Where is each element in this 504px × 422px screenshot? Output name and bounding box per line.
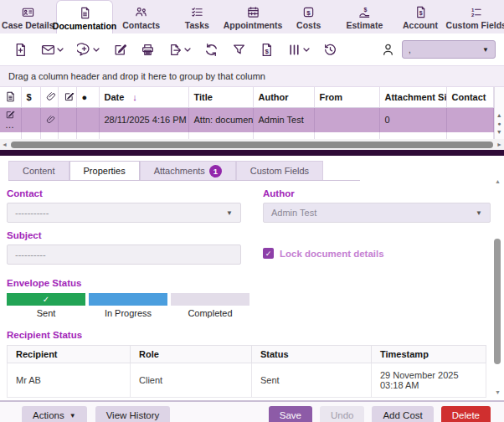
column-edited[interactable] <box>58 87 76 107</box>
dot-icon: ● <box>82 92 88 102</box>
recipient-row: Mr AB Client Sent 29 November 2025 03:18… <box>8 363 486 398</box>
new-document-button[interactable] <box>8 40 33 59</box>
tab-contacts[interactable]: Contacts <box>113 0 169 33</box>
form-right-column: Author Admin Test ▼ ✓ Lock document deta… <box>263 181 491 265</box>
scroll-up-icon[interactable]: ▲ <box>495 178 501 186</box>
tab-account[interactable]: Account <box>393 0 449 33</box>
column-billed[interactable]: $ <box>21 87 40 107</box>
group-by-hint: Drag a column header and drop it here to… <box>8 71 265 81</box>
grid-horizontal-scrollbar[interactable]: ◄ ► <box>0 139 504 150</box>
tab-appointments[interactable]: Appointments <box>225 0 281 33</box>
author-select[interactable]: Admin Test ▼ <box>263 203 491 223</box>
scrollbar-thumb[interactable] <box>11 142 493 148</box>
view-history-button[interactable]: View History <box>95 406 171 422</box>
tab-content[interactable]: Content <box>8 161 69 180</box>
document-row-selected[interactable]: … 28/11/2025 4:16 PM Attn: documen... Ad… <box>0 107 493 132</box>
scroll-right-icon[interactable]: ► <box>496 142 502 147</box>
edit-document-button[interactable] <box>108 40 132 59</box>
check-icon: ✓ <box>43 295 49 304</box>
refresh-button[interactable] <box>199 40 224 59</box>
truncation-ellipsis: … <box>5 120 14 130</box>
scroll-down-icon[interactable]: ▼ <box>496 129 502 135</box>
add-cost-button[interactable]: Add Cost <box>372 406 433 422</box>
column-timestamp[interactable]: Timestamp <box>372 346 486 363</box>
columns-icon <box>287 43 301 57</box>
filter-button[interactable] <box>227 40 251 59</box>
lock-document-details-checkbox[interactable]: ✓ Lock document details <box>263 248 491 259</box>
history-button[interactable] <box>318 40 342 59</box>
case-management-window: Case Details Documentation Contacts Task… <box>0 0 504 422</box>
column-title[interactable]: Title <box>188 87 253 107</box>
tab-properties[interactable]: Properties <box>69 161 140 180</box>
new-message-button[interactable] <box>72 40 105 59</box>
button-label: Undo <box>331 410 354 420</box>
column-from[interactable]: From <box>314 87 379 107</box>
compose-icon <box>113 43 127 57</box>
scrollbar-thumb[interactable] <box>494 239 501 364</box>
document-row-partial[interactable] <box>0 132 493 139</box>
status-dot-cell <box>76 107 99 132</box>
scroll-down-icon[interactable]: ▼ <box>495 389 501 397</box>
envelope-icon <box>41 43 55 57</box>
recipient-header-row: Recipient Role Status Timestamp <box>8 346 486 363</box>
envelope-step-sent: ✓ <box>7 293 85 306</box>
tab-label: Documentation <box>53 21 116 31</box>
hand-dollar-icon <box>358 6 371 18</box>
column-doc-type[interactable] <box>0 87 21 107</box>
tab-label: Custom Fields <box>250 166 309 176</box>
column-status-dot[interactable]: ● <box>76 87 99 107</box>
export-button[interactable] <box>163 40 196 59</box>
tab-case-details[interactable]: Case Details <box>0 0 56 33</box>
contact-select[interactable]: ----------- ▼ <box>7 203 241 223</box>
tab-custom-fields[interactable]: Custom Fields <box>448 0 504 33</box>
sort-desc-icon: ↓ <box>132 92 137 102</box>
group-by-panel[interactable]: Drag a column header and drop it here to… <box>0 65 504 87</box>
column-attachment-size[interactable]: Attachment Size <box>379 87 446 107</box>
column-attachment[interactable] <box>40 87 58 107</box>
delete-button[interactable]: Delete <box>441 406 491 422</box>
actions-button[interactable]: Actions▼ <box>22 406 87 422</box>
checkbox-checked-icon[interactable]: ✓ <box>263 248 274 259</box>
funnel-icon <box>232 43 246 57</box>
column-author[interactable]: Author <box>253 87 314 107</box>
tab-estimate[interactable]: Estimate <box>337 0 393 33</box>
column-role[interactable]: Role <box>131 346 252 363</box>
undo-button[interactable]: Undo <box>320 406 365 422</box>
document-icon <box>79 7 91 19</box>
step-label-completed: Completed <box>171 308 249 318</box>
subject-input[interactable] <box>7 244 241 265</box>
contact-label: Contact <box>7 188 241 198</box>
column-date[interactable]: Date↓ <box>99 87 188 107</box>
author-cell: Admin Test <box>253 107 314 132</box>
scroll-thumb-icon[interactable]: ● <box>497 121 501 126</box>
scroll-left-icon[interactable]: ◄ <box>2 142 8 147</box>
chevron-down-icon <box>303 48 310 52</box>
column-recipient[interactable]: Recipient <box>8 346 131 363</box>
tab-label: Account <box>403 20 438 30</box>
scroll-up-icon[interactable]: ▲ <box>496 112 502 118</box>
grid-vertical-scrollbar[interactable]: ▲ ● ▼ <box>494 87 504 139</box>
print-button[interactable] <box>136 40 160 59</box>
tab-custom-fields[interactable]: Custom Fields <box>236 161 323 180</box>
contact-cell <box>446 107 493 132</box>
id-card-icon <box>22 6 34 18</box>
tab-attachments[interactable]: Attachments1 <box>140 161 236 180</box>
subject-label: Subject <box>7 230 241 240</box>
save-button[interactable]: Save <box>269 406 312 422</box>
tab-documentation[interactable]: Documentation <box>56 0 114 33</box>
user-filter-select[interactable]: , ▼ <box>402 40 496 59</box>
column-status[interactable]: Status <box>252 346 372 363</box>
columns-button[interactable] <box>282 40 315 59</box>
tab-label: Estimate <box>346 20 383 30</box>
dollar-icon: $ <box>27 92 32 102</box>
scrollbar-track[interactable] <box>493 186 502 389</box>
panel-splitter[interactable] <box>0 150 504 156</box>
column-label: Date <box>105 92 125 102</box>
tab-costs[interactable]: Costs <box>280 0 337 33</box>
detail-vertical-scrollbar[interactable]: ▲ ▼ <box>493 178 502 397</box>
tab-tasks[interactable]: Tasks <box>169 0 225 33</box>
billing-document-button[interactable] <box>255 40 279 59</box>
column-contact[interactable]: Contact <box>446 87 493 107</box>
email-button[interactable] <box>36 40 69 59</box>
column-label: Author <box>259 92 289 102</box>
